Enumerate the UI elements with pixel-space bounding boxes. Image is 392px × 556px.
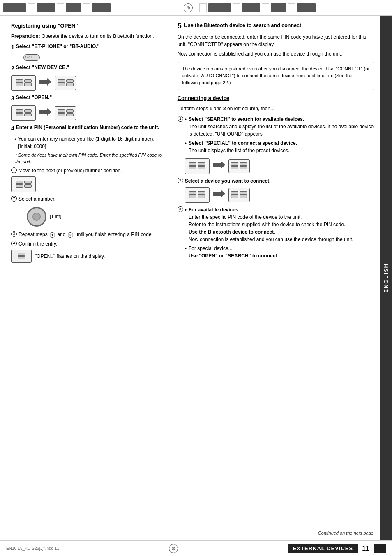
- connect-sub3-bullet1: • For available devices... Enter the spe…: [185, 206, 353, 243]
- circled-1: 1: [11, 167, 17, 173]
- connect-sub3-content: • For available devices... Enter the spe…: [185, 206, 353, 261]
- step2-num: 2: [11, 64, 14, 73]
- left-column: Registering using "OPEN" Preparation: Op…: [9, 19, 171, 537]
- bar-block-2: [37, 3, 55, 12]
- connect-sub2: 2 Select a device you want to connect.: [178, 177, 374, 185]
- step1-row: 1 Select "BT-PHONE" or "BT-AUDIO.": [11, 43, 167, 52]
- bullet-dot-1: •: [14, 136, 16, 143]
- bottom-right-block: [374, 544, 386, 553]
- svg-marker-1: [39, 108, 51, 116]
- step3-label: Select "OPEN.": [16, 94, 52, 101]
- btn-dn-3a: [16, 113, 23, 116]
- connect-bullet1: • Select "SEARCH" to search for availabl…: [185, 116, 374, 138]
- step4-bullet1: • You can enter any number you like (1-d…: [11, 135, 167, 150]
- prep-content: Operate the device to turn on its Blueto…: [42, 33, 154, 39]
- main-content: Registering using "OPEN" Preparation: Op…: [9, 19, 378, 537]
- bar-white-4: [199, 3, 207, 12]
- connecting-intro: Perform steps 1 and 2 on left column, th…: [178, 105, 374, 112]
- english-sidebar: ENGLISH: [380, 16, 392, 540]
- info-box: The device remains registered even after…: [178, 62, 374, 90]
- device-box-left-2: [11, 75, 36, 91]
- step4-asterisk: * Some devices have their own PIN code. …: [11, 152, 167, 165]
- src-label: SRC: [25, 55, 32, 60]
- circled-2: 2: [11, 196, 17, 202]
- connect-sub1-diagram: [185, 158, 374, 174]
- device-box-right-2: [55, 76, 76, 90]
- step3-row: 3 Select "OPEN.": [11, 94, 167, 103]
- btn-c1-ub: [198, 162, 205, 166]
- right-column: 5 Use the Bluetooth device to search and…: [171, 19, 378, 537]
- info-box-text: The device remains registered even after…: [182, 66, 370, 86]
- top-bar-right: [196, 2, 392, 14]
- step4-sub1: 1 Move to the next (or previous) number …: [11, 167, 167, 174]
- device-box-c2-left: [185, 187, 210, 203]
- btn-up-3a: [16, 109, 23, 113]
- btn-c2-ud: [240, 191, 247, 195]
- step5-para2: Now connection is established and you ca…: [178, 50, 374, 58]
- btn-c1-ud: [240, 162, 247, 166]
- bar-white-7: [288, 3, 295, 12]
- dial-icon: [27, 207, 46, 227]
- sub3-inline-1: 1: [50, 232, 55, 238]
- svg-marker-3: [213, 190, 225, 197]
- bar-white-5: [233, 3, 240, 12]
- circled-3: 3: [11, 231, 17, 237]
- connect-circled-2: 2: [178, 178, 183, 183]
- btn-up-sub1a: [16, 181, 23, 184]
- btn-dn-3b: [24, 113, 32, 116]
- connect-bullet1-text: The unit searches and displays the list …: [189, 123, 374, 138]
- arrow-2: [39, 78, 51, 88]
- page-number: 11: [362, 545, 369, 552]
- step4-label: Enter a PIN (Personal Identification Num…: [16, 124, 159, 131]
- device-box-c2-right: [228, 188, 250, 202]
- bullet-c3-1: •: [185, 206, 187, 214]
- bar-block-1: [3, 3, 26, 12]
- compass-icon-bottom: ⊕: [169, 544, 178, 553]
- connect-sub3: 3 • For available devices... Enter the s…: [178, 206, 374, 261]
- btn-dn-2b: [24, 83, 32, 86]
- connect-circled-3: 3: [178, 206, 183, 212]
- bar-block-5: [208, 3, 231, 12]
- external-devices-badge: EXTERNAL DEVICES: [288, 544, 358, 553]
- bullet-c2: •: [185, 140, 187, 147]
- connect-bullet1-label: Select "SEARCH" to search for available …: [189, 116, 304, 122]
- step5-title: Use the Bluetooth device to search and c…: [184, 23, 303, 28]
- sub3-text-b: until you finish entering a PIN code.: [75, 232, 153, 237]
- dial-row: [Turn]: [18, 205, 167, 229]
- connecting-title: Connecting a device: [178, 94, 374, 102]
- english-label: ENGLISH: [383, 263, 389, 293]
- step4-sub1-diagram: [11, 176, 167, 192]
- device-box-left-3: [11, 105, 36, 121]
- sub3-and: and: [57, 232, 65, 237]
- btn-c1-dc: [231, 166, 238, 169]
- bar-block-3: [66, 3, 81, 12]
- btn-up-2c: [58, 79, 65, 83]
- btn-c1-da: [189, 166, 196, 169]
- confirm-row: "OPEN.." flashes on the display.: [11, 250, 167, 263]
- connecting-section: Connecting a device Perform steps 1 and …: [178, 94, 374, 261]
- continued-text: Continued on the next page: [318, 531, 374, 535]
- connect-sub3-b1-bold: Use the Bluetooth device to connect.: [189, 229, 275, 235]
- btn-c2-dd: [240, 195, 247, 198]
- btn-up-3d: [66, 109, 74, 113]
- btn-dn-sub1b: [24, 184, 32, 188]
- connect-sub2-label: Select a device you want to connect.: [185, 177, 271, 185]
- btn-c2-db: [198, 195, 205, 198]
- step4-row: 4 Enter a PIN (Personal Identification N…: [11, 124, 167, 133]
- step5-text: Use the Bluetooth device to search and c…: [184, 22, 303, 30]
- step5-row: 5 Use the Bluetooth device to search and…: [178, 22, 374, 31]
- btn-c2-ua: [189, 191, 196, 195]
- btn-c2-uc: [231, 191, 238, 195]
- btn-c2-dc: [231, 195, 238, 198]
- bar-white-1: [28, 3, 35, 12]
- confirm-flash-text: "OPEN.." flashes on the display.: [35, 253, 105, 260]
- sub2-text: Select a number.: [18, 195, 55, 203]
- step2-diagram: [11, 75, 167, 91]
- step2-row: 2 Select "NEW DEVICE.": [11, 64, 167, 73]
- bar-block-8: [297, 3, 316, 12]
- btn-dn-2d: [66, 83, 74, 86]
- bar-block-4: [92, 3, 111, 12]
- btn-up-2a: [16, 79, 23, 83]
- svg-marker-2: [213, 161, 225, 169]
- btn-dn-3c: [58, 113, 65, 116]
